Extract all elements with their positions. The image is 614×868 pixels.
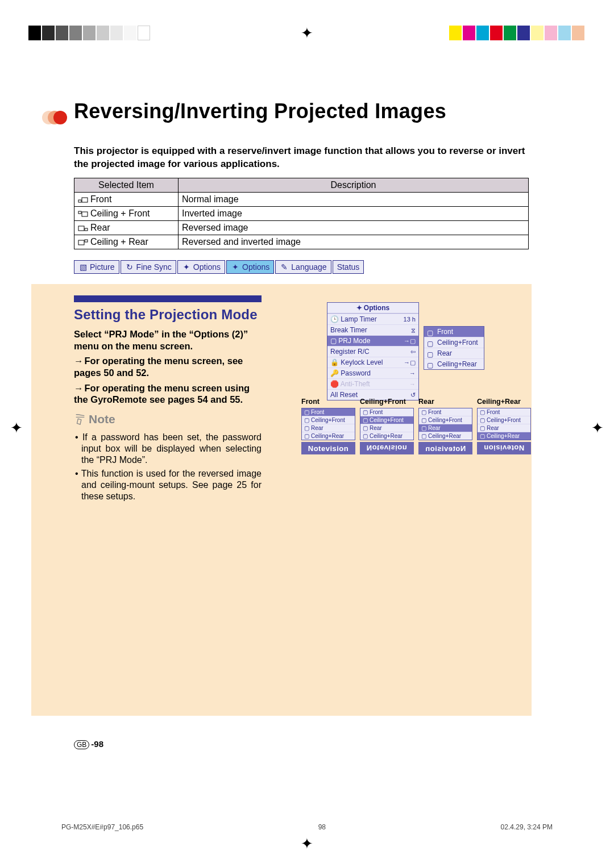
instruction-steps: Select “PRJ Mode” in the “Options (2)” m…: [74, 328, 262, 406]
front-icon: [78, 196, 88, 204]
table-row: Ceiling + RearReversed and inverted imag…: [74, 235, 529, 249]
tab-options-2[interactable]: ✦Options: [226, 260, 274, 274]
osd-row-keylock[interactable]: 🔒 Keylock Level→▢: [327, 357, 418, 368]
submenu-ceiling-front[interactable]: ▢Ceiling+Front: [424, 337, 484, 348]
thumb-rear: Rear ▢Front▢Ceiling+Front▢Rear▢Ceiling+R…: [418, 398, 472, 454]
tab-language[interactable]: ✎Language: [275, 260, 331, 274]
svg-rect-6: [78, 240, 84, 245]
section-strip: [74, 295, 262, 302]
brand-ceiling-front: Notevision: [360, 442, 414, 454]
language-icon: ✎: [280, 263, 289, 271]
osd-menu-tabs: ▧Picture ↻Fine Sync ✦Options ✦Options ✎L…: [74, 260, 364, 274]
rear-icon: [78, 224, 88, 232]
svg-rect-2: [82, 212, 88, 216]
options-icon: ✦: [182, 263, 191, 271]
osd-panel-title: ✦Options: [327, 303, 418, 314]
osd-row-prj-mode[interactable]: ▢ PRJ Mode→▢: [327, 335, 418, 346]
th-selected-item: Selected Item: [74, 178, 179, 193]
osd-row-password[interactable]: 🔑 Password→: [327, 368, 418, 378]
thumb-ceiling-front: Ceiling+Front ▢Front▢Ceiling+Front▢Rear▢…: [360, 398, 414, 454]
table-row: Ceiling + FrontInverted image: [74, 207, 529, 221]
osd-row-lamp-timer[interactable]: 🕒 Lamp Timer13 h: [327, 314, 418, 324]
osd-options-panel: ✦Options 🕒 Lamp Timer13 h Break Timer⧖ ▢…: [327, 302, 419, 400]
osd-row-break-timer[interactable]: Break Timer⧖: [327, 324, 418, 335]
footer-page: 98: [318, 823, 326, 831]
registration-mark-right: ✦: [591, 420, 604, 435]
osd-row-anti-theft[interactable]: 🛑 Anti-Theft→: [327, 378, 418, 389]
mode-thumbnails: Front ▢Front▢Ceiling+Front▢Rear▢Ceiling+…: [301, 398, 531, 454]
ceiling-front-icon: [78, 210, 88, 218]
thumb-ceiling-rear: Ceiling+Rear ▢Front▢Ceiling+Front▢Rear▢C…: [477, 398, 531, 454]
note-heading: Note: [74, 412, 115, 426]
step-select: Select “PRJ Mode” in the “Options (2)” m…: [74, 328, 262, 352]
brand-rear: Notevision: [418, 442, 472, 454]
note-icon: [74, 413, 86, 425]
th-description: Description: [179, 178, 529, 193]
svg-rect-3: [78, 211, 81, 214]
svg-rect-7: [85, 240, 88, 242]
brand-front: Notevision: [301, 442, 355, 454]
svg-rect-1: [78, 200, 81, 202]
tab-picture[interactable]: ▧Picture: [74, 260, 119, 274]
footer: PG-M25X#E#p97_106.p65 98 02.4.29, 3:24 P…: [61, 823, 553, 831]
sync-icon: ↻: [125, 263, 134, 271]
svg-rect-0: [82, 198, 88, 202]
intro-paragraph: This projector is equipped with a reserv…: [74, 145, 529, 171]
registration-mark-bottom: ✦: [301, 836, 313, 851]
tab-options-1[interactable]: ✦Options: [177, 260, 225, 274]
table-row: FrontNormal image: [74, 193, 529, 207]
osd-row-register-rc[interactable]: Register R/C⇦: [327, 346, 418, 357]
projection-mode-table: Selected Item Description FrontNormal im…: [74, 178, 529, 249]
svg-rect-5: [85, 228, 88, 231]
ceiling-rear-icon: [78, 239, 88, 247]
registration-mark-top: ✦: [301, 26, 313, 40]
osd-prj-submenu: ▢Front ▢Ceiling+Front ▢Rear ▢Ceiling+Rea…: [424, 326, 484, 370]
svg-rect-4: [78, 226, 84, 231]
heading-bullet: [53, 111, 67, 124]
footer-date: 02.4.29, 3:24 PM: [501, 823, 553, 831]
brand-ceiling-rear: Notevision: [477, 442, 531, 454]
tab-fine-sync[interactable]: ↻Fine Sync: [121, 260, 176, 274]
page-number: GB-98: [74, 739, 103, 749]
table-row: RearReversed image: [74, 221, 529, 235]
tab-status[interactable]: Status: [333, 260, 364, 274]
registration-mark-left: ✦: [10, 420, 23, 435]
footer-file: PG-M25X#E#p97_106.p65: [61, 823, 143, 831]
page-title: Reversing/Inverting Projected Images: [74, 99, 446, 123]
thumb-front: Front ▢Front▢Ceiling+Front▢Rear▢Ceiling+…: [301, 398, 355, 454]
note-body: • If a password has been set, the passwo…: [75, 432, 262, 504]
page: ✦ ✦ ✦ ✦ Reversing/Inverting Projected Im…: [0, 0, 614, 868]
submenu-rear[interactable]: ▢Rear: [424, 348, 484, 358]
picture-icon: ▧: [78, 263, 88, 271]
step-ref-2: For operating the menu screen using the …: [74, 383, 250, 405]
options-icon: ✦: [231, 263, 240, 271]
submenu-ceiling-rear[interactable]: ▢Ceiling+Rear: [424, 358, 484, 369]
submenu-front[interactable]: ▢Front: [424, 327, 484, 337]
section-heading: Setting the Projection Mode: [74, 307, 258, 323]
step-ref-1: For operating the menu screen, see pages…: [74, 356, 243, 378]
